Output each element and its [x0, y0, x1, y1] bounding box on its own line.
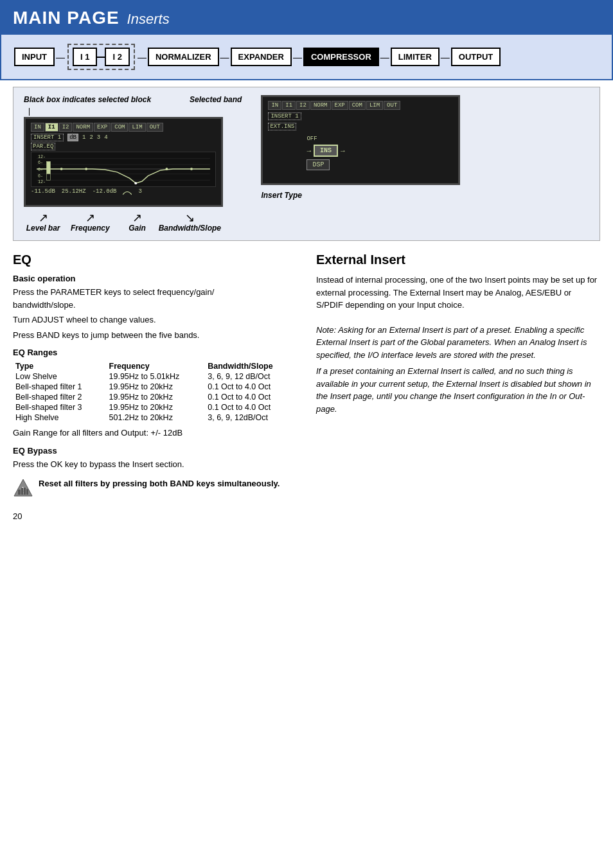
- svg-point-11: [85, 168, 87, 170]
- chain-compressor[interactable]: COMPRESSOR: [303, 48, 379, 66]
- lcd-band-4: 4: [104, 134, 107, 141]
- diagram-section: Black box indicates selected block Selec…: [13, 87, 600, 241]
- insert-type-section: Insert Type: [261, 190, 460, 200]
- nav-r-lim: LIM: [366, 101, 383, 110]
- basic-op-text1: Press the PARAMETER keys to select frequ…: [13, 286, 297, 311]
- chain-input[interactable]: INPUT: [14, 48, 55, 66]
- note-box: ! Reset all filters by pressing both BAN…: [13, 478, 297, 499]
- eq-bypass-title: EQ Bypass: [13, 446, 297, 456]
- warning-icon: !: [13, 478, 33, 499]
- main-content: Black box indicates selected block Selec…: [0, 80, 613, 534]
- bw-high-shelve: 3, 6, 9, 12dB/Oct: [205, 412, 297, 423]
- lcd-right-insert-label: INSERT 1: [268, 112, 301, 120]
- chain-i1[interactable]: I 1: [73, 48, 97, 66]
- nav-r-i1: I1: [282, 101, 296, 110]
- table-row: High Shelve 501.2Hz to 20kHz 3, 6, 9, 12…: [13, 412, 297, 423]
- nav-r-in: IN: [268, 101, 281, 110]
- chain-i2[interactable]: I 2: [105, 48, 129, 66]
- lcd-band-3: 3: [97, 134, 100, 141]
- line1: [97, 57, 105, 58]
- svg-rect-20: [21, 488, 23, 495]
- svg-point-14: [190, 168, 193, 170]
- col-bw: Bandwidth/Slope: [205, 361, 297, 371]
- page-title-sub: Inserts: [127, 11, 170, 28]
- nav-lim: LIM: [129, 123, 145, 132]
- eq-ranges-table: Type Frequency Bandwidth/Slope Low Shelv…: [13, 361, 297, 423]
- diagram-bottom-labels: ↗ Level bar ↗ Frequency ↗ Gain ↘ Bandwid…: [24, 212, 223, 233]
- svg-rect-22: [26, 489, 28, 495]
- option-off-row: OFF: [306, 136, 453, 142]
- option-dsp: DSP: [306, 159, 330, 170]
- basic-op-text2: Turn ADJUST wheel to change values.: [13, 314, 297, 326]
- lcd-nav: IN I1 I2 NORM EXP COM LIM OUT: [31, 123, 216, 132]
- lcd-band-num: 3: [138, 188, 141, 195]
- two-col-section: EQ Basic operation Press the PARAMETER k…: [13, 252, 600, 521]
- col-type: Type: [13, 361, 107, 371]
- svg-rect-16: [47, 161, 51, 173]
- option-ins: INS: [314, 145, 338, 157]
- arrow5: —: [380, 52, 389, 62]
- nav-i2: I2: [59, 123, 73, 132]
- bw-bell1: 0.1 Oct to 4.0 Oct: [205, 382, 297, 392]
- lcd-band-2: 2: [89, 134, 93, 141]
- lcd-ext-ins: EXT.INS: [268, 123, 296, 130]
- label-level-bar: ↗ Level bar: [24, 212, 62, 233]
- option-off: OFF: [306, 136, 317, 142]
- chain-output[interactable]: OUTPUT: [451, 48, 501, 66]
- lcd-val-db: -11.5dB: [31, 188, 55, 195]
- svg-text:12-: 12-: [38, 179, 46, 184]
- page-number: 20: [13, 511, 297, 521]
- svg-rect-21: [24, 488, 26, 495]
- eq-title: EQ: [13, 252, 297, 267]
- chain-limiter[interactable]: LIMITER: [391, 48, 440, 66]
- arrow1: —: [56, 52, 65, 62]
- arrow-ins: →: [306, 147, 311, 155]
- basic-op-text3: Press BAND keys to jump between the five…: [13, 329, 297, 342]
- nav-r-norm: NORM: [310, 101, 331, 110]
- eq-graph: 12- 6- 0- 6- 12-: [31, 152, 216, 187]
- freq-bell1: 19.95Hz to 20kHz: [107, 382, 206, 392]
- nav-com: COM: [111, 123, 128, 132]
- arrow2: —: [138, 52, 147, 62]
- svg-text:6-: 6-: [38, 160, 43, 165]
- lcd-val-freq: 25.12HZ: [62, 188, 86, 195]
- basic-op-title: Basic operation: [13, 274, 297, 283]
- table-row: Bell-shaped filter 3 19.95Hz to 20kHz 0.…: [13, 402, 297, 412]
- nav-exp: EXP: [94, 123, 111, 132]
- bw-bell2: 0.1 Oct to 4.0 Oct: [205, 392, 297, 402]
- ext-insert-note2: If a preset containing an External Inser…: [316, 365, 600, 415]
- table-row: Low Shelve 19.95Hz to 5.01kHz 3, 6, 9, 1…: [13, 371, 297, 382]
- left-diagram: Black box indicates selected block Selec…: [24, 95, 242, 233]
- nav-r-out: OUT: [384, 101, 400, 110]
- type-low-shelve: Low Shelve: [13, 371, 107, 382]
- label-gain: ↗ Gain: [118, 212, 156, 233]
- nav-out: OUT: [147, 123, 163, 132]
- option-ins-row: → INS →: [306, 145, 453, 157]
- lcd-band-1: 1: [82, 134, 85, 141]
- annotation-line: [29, 108, 30, 116]
- svg-text:12-: 12-: [38, 154, 46, 159]
- note-text: Reset all filters by pressing both BAND …: [39, 478, 280, 490]
- label-frequency: ↗ Frequency: [62, 212, 118, 233]
- svg-point-10: [60, 168, 63, 170]
- arrow4: —: [293, 52, 302, 62]
- bw-low-shelve: 3, 6, 9, 12 dB/Oct: [205, 371, 297, 382]
- svg-point-13: [166, 168, 168, 170]
- ext-insert-title: External Insert: [316, 252, 600, 267]
- lcd-insert-label: INSERT 1: [31, 134, 64, 141]
- lcd-right-nav: IN I1 I2 NORM EXP COM LIM OUT: [268, 101, 453, 110]
- bw-bell3: 0.1 Oct to 4.0 Oct: [205, 402, 297, 412]
- signal-chain: INPUT — I 1 I 2 — NORMALIZER — EXPANDER …: [0, 33, 613, 80]
- header-bar: MAIN PAGE Inserts: [0, 0, 613, 33]
- annotation-black-box: Black box indicates selected block: [24, 95, 151, 104]
- type-bell1: Bell-shaped filter 1: [13, 382, 107, 392]
- label-bandwidth: ↘ Bandwidth/Slope: [157, 212, 223, 233]
- svg-rect-19: [18, 490, 21, 495]
- freq-bell3: 19.95Hz to 20kHz: [107, 402, 206, 412]
- lcd-db-label: dB: [67, 134, 78, 141]
- insert-options: OFF → INS → DSP: [306, 136, 453, 170]
- chain-expander[interactable]: EXPANDER: [231, 48, 292, 66]
- right-diagram: IN I1 I2 NORM EXP COM LIM OUT INSERT 1 E…: [261, 95, 460, 233]
- chain-normalizer[interactable]: NORMALIZER: [148, 48, 219, 66]
- insert-label-row: INSERT 1 dB 1 2 3 4: [31, 134, 216, 141]
